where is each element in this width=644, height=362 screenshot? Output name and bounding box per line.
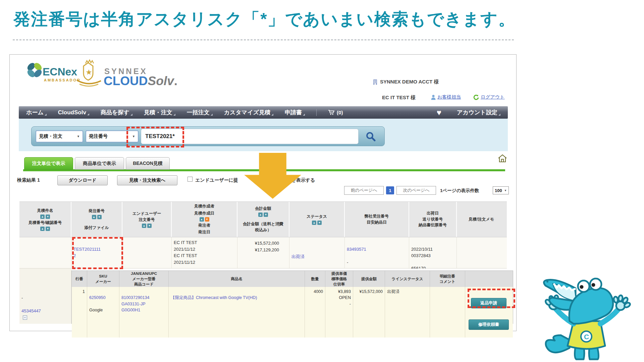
cell-memo: [457, 237, 506, 268]
dcol-line-status: ラインステータス: [385, 271, 430, 287]
hdr-quote-creator: 見積作成者: [194, 203, 214, 209]
col-total: 合計金額 ▲▼ 合計金額（送料と消費 税込み）: [237, 202, 289, 237]
return-request-button[interactable]: 返品申請: [471, 298, 506, 308]
hdr-quote-date: 見積作成日: [194, 210, 214, 216]
hdr-attachment: 添付ファイル: [84, 225, 109, 231]
favorites-heart-icon[interactable]: ♥: [437, 109, 441, 116]
collapse-icon[interactable]: −: [23, 315, 27, 320]
svg-text:AMBASSADOR: AMBASSADOR: [44, 78, 81, 82]
tab-beacon-quote[interactable]: BEACON見積: [126, 157, 170, 170]
dcol-sku: SKU メーカー: [87, 271, 119, 287]
quote-dash: -: [21, 295, 69, 301]
svg-text:C: C: [584, 333, 589, 341]
sort-icons[interactable]: ▲▼: [200, 217, 209, 222]
nav-application-forms[interactable]: 申請書: [285, 109, 305, 116]
nav-home[interactable]: ホーム: [26, 109, 47, 116]
cart-count: (0): [337, 110, 343, 115]
dcell-unit-price: ¥3,893 OPEN -: [325, 287, 353, 337]
repair-request-button[interactable]: 修理依頼書: [469, 319, 509, 330]
sort-icons[interactable]: ▲▼: [142, 224, 152, 228]
current-page[interactable]: 1: [386, 186, 394, 194]
dcell-product: 【限定商品】Chromecast with Google TV(HD): [169, 287, 305, 337]
dcol-unit-price: 提供単価 標準価格 仕切率: [325, 271, 353, 287]
quote-no-link[interactable]: 45345447: [21, 308, 41, 313]
nav-custom-quote[interactable]: カスタマイズ見積: [224, 109, 273, 116]
svg-text:ECNex: ECNex: [43, 66, 77, 78]
search-panel: 見積・注文 発注番号: [19, 119, 508, 151]
per-page-select[interactable]: 100: [493, 186, 509, 194]
sort-icons[interactable]: ▲▼: [312, 221, 322, 225]
dcol-product: 商品名: [169, 271, 305, 287]
cart-button[interactable]: (0): [328, 110, 343, 115]
cart-icon: [328, 110, 335, 115]
search-scope-value: 見積・注文: [39, 133, 62, 139]
cell-shipping: 2022/10/11 00372843 656170 納品書ダウンロード: [409, 237, 457, 268]
col-enduser-order-no: エンドユーザー 注文番号 ▲▼: [122, 202, 172, 237]
dcell-memo: [430, 287, 465, 337]
cell-quote-name: [19, 237, 71, 268]
order-table-header: 見積件名 ▲▼ 見積番号/確認番号 ▲▼ 発注番号 ▲▼ 添付ファイル エンドユ…: [19, 201, 507, 237]
order-no-link[interactable]: TEST2021111 2: [73, 247, 101, 258]
col-quote-name: 見積件名 ▲▼ 見積番号/確認番号 ▲▼: [19, 202, 71, 237]
prev-page-button[interactable]: 前のページへ: [344, 186, 384, 195]
sort-icons[interactable]: ▲▼: [40, 215, 50, 219]
search-field-select[interactable]: 発注番号: [86, 130, 139, 142]
col-our-order-no: 弊社受注番号 目安納品日: [345, 202, 409, 237]
product-name-link[interactable]: 【限定商品】Chromecast with Google TV(HD): [171, 295, 257, 300]
dcell-line-no: 1: [72, 287, 87, 337]
nav-quote-order[interactable]: 見積・注文: [144, 109, 175, 116]
app-window: ECNex AMBASSADOR ★ SYNNEX CLOUDSolv. SYN…: [9, 54, 517, 331]
search-button[interactable]: [361, 129, 380, 144]
hdr-total: 合計金額: [255, 206, 271, 212]
search-scope-select[interactable]: 見積・注文: [36, 130, 83, 142]
home-icon[interactable]: [497, 154, 507, 163]
dcol-qty: 数量: [305, 271, 325, 287]
tab-order-view[interactable]: 注文単位で表示: [24, 157, 73, 170]
search-field-value: 発注番号: [89, 133, 108, 139]
code-link[interactable]: 810037290134 GA03131-JP G0G00H1: [121, 295, 149, 312]
cell-creator: EC IT TEST 2021/11/12 EC IT TEST 2021/11…: [172, 237, 237, 268]
dcell-amount: ¥15,572,000: [353, 287, 385, 337]
col-order-no: 発注番号 ▲▼ 添付ファイル: [71, 202, 122, 237]
nav-cloudsolv[interactable]: CloudSolv: [58, 109, 89, 116]
hdr-quote-name: 見積件名: [37, 208, 53, 214]
hdr-orderer: 発注者: [198, 223, 210, 228]
line-item-table: 行番 SKU メーカー JAN/EAN/UPC メーカー型番 商品コード 商品名…: [71, 270, 513, 324]
sort-icons[interactable]: ▲▼: [92, 215, 102, 219]
next-page-button[interactable]: 次のページへ: [396, 186, 436, 195]
logout-label: ログアウト: [481, 94, 505, 100]
to-quote-order-search-button[interactable]: 見積・注文検索へ: [117, 175, 177, 185]
dot-text: .: [174, 74, 177, 88]
nav-account-settings[interactable]: アカウント設定: [457, 109, 500, 116]
delivery-date: -: [347, 260, 348, 265]
dcol-code: JAN/EAN/UPC メーカー型番 商品コード: [119, 271, 169, 287]
nav-bulk-order[interactable]: 一括注文: [187, 109, 213, 116]
ship-info: 2022/10/11 00372843: [411, 247, 433, 258]
nav-find-products[interactable]: 商品を探す: [101, 109, 132, 116]
person-icon: [431, 95, 436, 100]
sort-icons[interactable]: ▲▼: [40, 227, 50, 231]
nav-divider: [316, 109, 317, 116]
magnifier-icon: [366, 131, 376, 141]
search-input[interactable]: [141, 129, 359, 144]
enduser-filter-checkbox[interactable]: [187, 177, 193, 182]
cell-our-order-no: 83493571 -: [345, 237, 409, 268]
cell-status: 出荷済: [289, 237, 345, 268]
customer-contact-link[interactable]: お客様担当: [431, 94, 461, 100]
download-button[interactable]: ダウンロード: [57, 175, 108, 185]
cell-quote-no-group: - 45345447 −: [19, 268, 71, 324]
search-bar: 見積・注文 発注番号: [31, 126, 385, 146]
sort-icons[interactable]: ▲▼: [258, 213, 268, 217]
dcol-line-no: 行番: [72, 271, 87, 287]
our-order-no-link[interactable]: 83493571: [347, 247, 366, 252]
status-link[interactable]: 出荷済: [291, 254, 305, 259]
logout-link[interactable]: ログアウト: [473, 94, 505, 100]
tab-product-view[interactable]: 商品単位で表示: [75, 157, 124, 170]
sku-link[interactable]: 6250950: [89, 295, 106, 300]
col-memo: 見積/注文メモ: [457, 202, 506, 237]
col-status: ステータス ▲▼: [289, 202, 345, 237]
cell-order-no: TEST2021111 2 なし: [71, 237, 122, 268]
logout-icon: [473, 95, 479, 100]
col-creator: 見積作成者 見積作成日 ▲▼ 発注者 発注日: [172, 202, 237, 237]
dcell-actions: 返品申請 修理依頼書: [465, 287, 512, 337]
